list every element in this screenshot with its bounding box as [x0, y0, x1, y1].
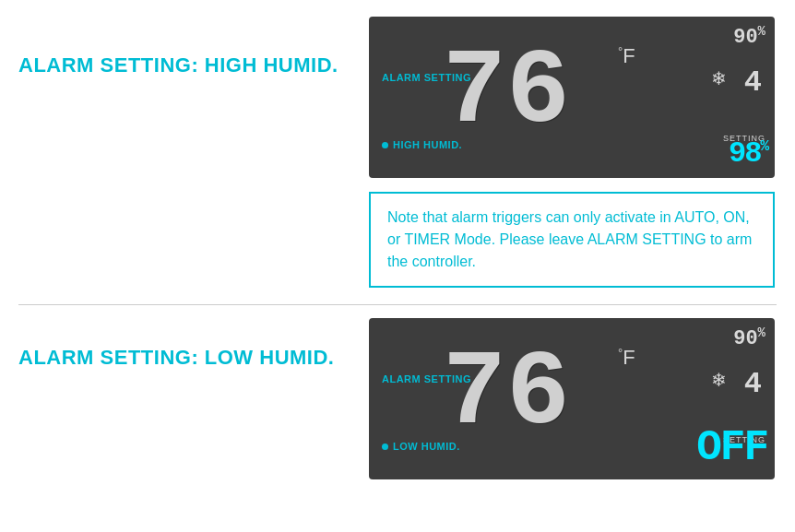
- low-humid-main-value: 76: [443, 344, 570, 444]
- low-humid-fan-value: 4: [744, 367, 762, 401]
- low-humid-label-container: ALARM SETTING: LOW HUMID.: [18, 318, 369, 370]
- high-humid-label-container: ALARM SETTING: HIGH HUMID.: [18, 17, 369, 77]
- high-humid-dot: [382, 142, 388, 148]
- low-humid-dot: [382, 443, 388, 450]
- low-humid-setting-value: OFF: [696, 424, 767, 472]
- high-humid-section: ALARM SETTING: HIGH HUMID. ALARM SETTING…: [0, 0, 795, 187]
- high-humid-indicator: HIGH HUMID.: [382, 139, 462, 150]
- low-humid-indicator: LOW HUMID.: [382, 441, 460, 452]
- note-text: Note that alarm triggers can only activa…: [387, 209, 752, 269]
- high-humid-fan-icon: ❄: [711, 67, 727, 89]
- low-humid-degree: °F: [618, 346, 635, 370]
- low-humid-display-panel: ALARM SETTING 76 °F 90% ❄ 4 LOW HUMID. S…: [369, 318, 775, 479]
- high-humid-indicator-label: HIGH HUMID.: [393, 139, 462, 150]
- note-spacer: [18, 192, 369, 288]
- high-humid-heading: ALARM SETTING: HIGH HUMID.: [18, 53, 338, 77]
- note-row: Note that alarm triggers can only activa…: [0, 187, 795, 297]
- low-humid-fan-icon: ❄: [711, 369, 727, 391]
- low-humid-heading: ALARM SETTING: LOW HUMID.: [18, 346, 334, 369]
- high-humid-display-panel: ALARM SETTING 76 °F 90% ❄ 4 HIGH HUMID. …: [369, 17, 775, 178]
- low-humid-indicator-label: LOW HUMID.: [393, 441, 460, 452]
- high-humid-degree: °F: [618, 44, 635, 68]
- low-humid-top-right: 90%: [733, 325, 765, 350]
- high-humid-setting-value: 98%: [729, 136, 767, 171]
- note-box: Note that alarm triggers can only activa…: [369, 192, 775, 288]
- high-humid-main-value: 76: [443, 42, 570, 143]
- high-humid-fan-value: 4: [744, 65, 762, 100]
- low-humid-section: ALARM SETTING: LOW HUMID. ALARM SETTING …: [0, 305, 795, 489]
- high-humid-top-right: 90%: [733, 24, 765, 49]
